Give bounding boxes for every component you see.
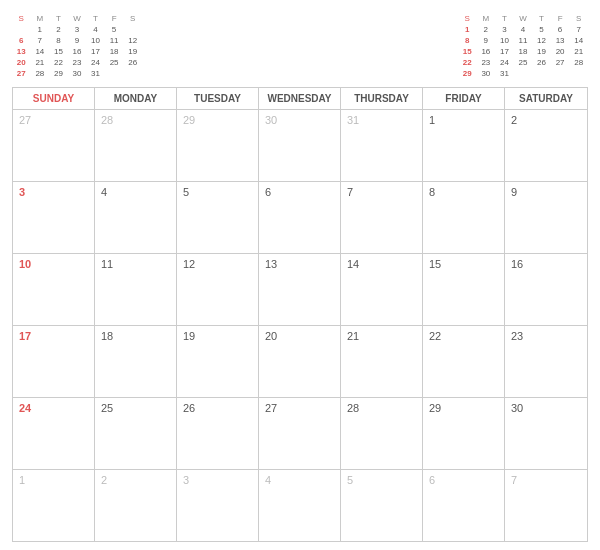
- aug-day: 25: [105, 57, 124, 68]
- oct-day: 6: [551, 24, 570, 35]
- calendar-cell: 27: [259, 398, 341, 469]
- aug-day: 16: [68, 46, 87, 57]
- aug-day: [12, 24, 31, 35]
- calendar-cell: 10: [13, 254, 95, 325]
- day-number: 1: [19, 474, 88, 486]
- day-number: 30: [265, 114, 334, 126]
- oct-col-w: W: [514, 13, 533, 24]
- day-number: 6: [429, 474, 498, 486]
- header-saturday: SATURDAY: [505, 88, 587, 109]
- main-calendar: SUNDAY MONDAY TUESDAY WEDNESDAY THURSDAY…: [12, 87, 588, 542]
- aug-col-t1: T: [49, 13, 68, 24]
- day-number: 2: [511, 114, 581, 126]
- aug-day: 8: [49, 35, 68, 46]
- day-number: 25: [101, 402, 170, 414]
- day-number: 10: [19, 258, 88, 270]
- calendar-week: 17181920212223: [13, 326, 587, 398]
- calendar-cell: 23: [505, 326, 587, 397]
- oct-day: 10: [495, 35, 514, 46]
- calendar-weeks: 2728293031123456789101112131415161718192…: [13, 110, 587, 541]
- aug-day: 2: [49, 24, 68, 35]
- calendar-week: 272829303112: [13, 110, 587, 182]
- day-number: 28: [347, 402, 416, 414]
- aug-day: 24: [86, 57, 105, 68]
- calendar-week: 3456789: [13, 182, 587, 254]
- oct-day: 15: [458, 46, 477, 57]
- aug-day: 23: [68, 57, 87, 68]
- aug-day: [105, 68, 124, 79]
- calendar-cell: 1: [423, 110, 505, 181]
- oct-day: 24: [495, 57, 514, 68]
- calendar-cell: 5: [177, 182, 259, 253]
- day-number: 5: [183, 186, 252, 198]
- oct-day: 14: [569, 35, 588, 46]
- day-number: 23: [511, 330, 581, 342]
- header-monday: MONDAY: [95, 88, 177, 109]
- aug-day: 31: [86, 68, 105, 79]
- calendar-cell: 29: [423, 398, 505, 469]
- oct-day: 2: [477, 24, 496, 35]
- oct-day: [514, 68, 533, 79]
- day-number: 24: [19, 402, 88, 414]
- oct-day: 20: [551, 46, 570, 57]
- aug-day: 21: [31, 57, 50, 68]
- oct-day: 28: [569, 57, 588, 68]
- day-number: 30: [511, 402, 581, 414]
- calendar-cell: 2: [505, 110, 587, 181]
- day-number: 11: [101, 258, 170, 270]
- oct-day: 12: [532, 35, 551, 46]
- calendar-cell: 12: [177, 254, 259, 325]
- aug-col-f: F: [105, 13, 124, 24]
- day-number: 27: [19, 114, 88, 126]
- oct-day: [551, 68, 570, 79]
- header-friday: FRIDAY: [423, 88, 505, 109]
- aug-day: 15: [49, 46, 68, 57]
- header-wednesday: WEDNESDAY: [259, 88, 341, 109]
- aug-col-s1: S: [12, 13, 31, 24]
- calendar-cell: 3: [13, 182, 95, 253]
- oct-day: 17: [495, 46, 514, 57]
- aug-day: 26: [123, 57, 142, 68]
- day-number: 17: [19, 330, 88, 342]
- aug-col-m: M: [31, 13, 50, 24]
- oct-day: 31: [495, 68, 514, 79]
- calendar-week: 10111213141516: [13, 254, 587, 326]
- calendar-cell: 9: [505, 182, 587, 253]
- aug-day: 10: [86, 35, 105, 46]
- aug-day: 1: [31, 24, 50, 35]
- aug-day: 7: [31, 35, 50, 46]
- oct-day: 9: [477, 35, 496, 46]
- aug-day: 4: [86, 24, 105, 35]
- oct-day: 29: [458, 68, 477, 79]
- day-number: 14: [347, 258, 416, 270]
- calendar-cell: 22: [423, 326, 505, 397]
- day-number: 29: [429, 402, 498, 414]
- calendar-cell: 7: [505, 470, 587, 541]
- day-number: 22: [429, 330, 498, 342]
- day-number: 8: [429, 186, 498, 198]
- calendar-header-row: SUNDAY MONDAY TUESDAY WEDNESDAY THURSDAY…: [13, 88, 587, 110]
- aug-day: 13: [12, 46, 31, 57]
- oct-col-t1: T: [495, 13, 514, 24]
- calendar-cell: 7: [341, 182, 423, 253]
- aug-day: 5: [105, 24, 124, 35]
- oct-day: 23: [477, 57, 496, 68]
- header-tuesday: TUESDAY: [177, 88, 259, 109]
- calendar-cell: 31: [341, 110, 423, 181]
- calendar-cell: 1: [13, 470, 95, 541]
- oct-day: [569, 68, 588, 79]
- oct-day: 13: [551, 35, 570, 46]
- oct-day: [532, 68, 551, 79]
- day-number: 3: [183, 474, 252, 486]
- calendar-week: 24252627282930: [13, 398, 587, 470]
- header-sunday: SUNDAY: [13, 88, 95, 109]
- oct-col-m: M: [477, 13, 496, 24]
- oct-day: 21: [569, 46, 588, 57]
- aug-day: 14: [31, 46, 50, 57]
- calendar-cell: 30: [259, 110, 341, 181]
- calendar-cell: 24: [13, 398, 95, 469]
- aug-day: 22: [49, 57, 68, 68]
- day-number: 1: [429, 114, 498, 126]
- aug-col-t2: T: [86, 13, 105, 24]
- day-number: 19: [183, 330, 252, 342]
